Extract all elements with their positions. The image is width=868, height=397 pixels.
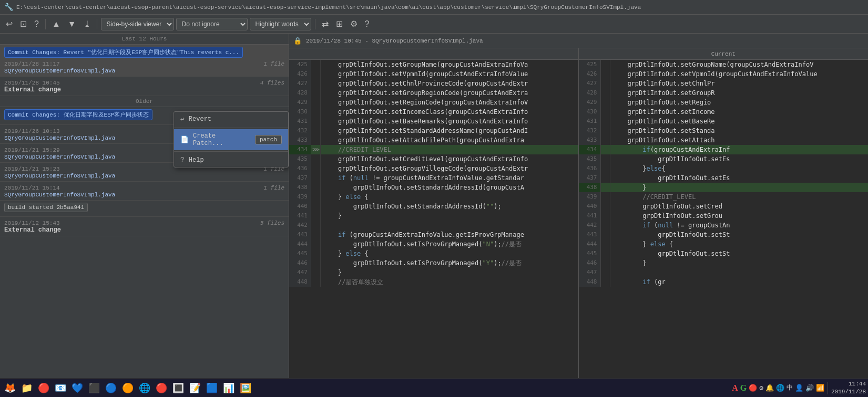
commit-item-build[interactable]: build started 2b5aa941 [0,201,289,217]
commit-item-7[interactable]: 2019/11/21 15:14 1 file SQryGroupCustome… [0,182,289,201]
ctx-revert[interactable]: ↩ Revert [174,112,288,127]
diff-pane-left[interactable]: 425 grpDtlInfoOut.setGroupName(groupCust… [289,60,579,378]
help-icon: ? [180,156,185,164]
diff-line-l-434: 434⋙ //CREDIT_LEVEL [289,145,578,154]
commit-filename-7: SQryGroupCustomerInfoSVImpl.java [4,192,284,198]
revert-icon: ↩ [180,115,185,123]
ignore-mode-select[interactable]: Do not ignore Ignore whitespace Ignore l… [176,18,248,30]
taskbar-word[interactable]: 📝 [187,380,203,396]
sync-button[interactable]: ⇄ [319,17,331,30]
ctx-create-patch[interactable]: 📄 Create Patch... patch [174,129,288,150]
patch-suffix: patch [255,135,282,144]
diff-line-l-429: 429 grpDtlInfoOut.setRegionCode(groupCus… [289,98,578,107]
diff-line-r-438: 438 } [579,183,869,192]
commit-files-7: 1 file [263,185,284,191]
taskbar-app7[interactable]: 📊 [221,380,237,396]
diff-line-l-448: 448 //是否单独设立 [289,277,578,287]
diff-col-right: Current [579,48,869,59]
taskbar-right: A G 🔴 ⚙ 🔔 🌐 中 👤 🔊 📶 11:44 2019/11/28 [732,380,866,395]
commit-date-4: 2019/11/26 10:13 [4,128,60,134]
diff-line-l-430: 430 grpDtlInfoOut.setIncomeClass(groupCu… [289,107,578,117]
taskbar-app2[interactable]: 🔵 [103,380,119,396]
taskbar-email[interactable]: 📧 [53,380,68,396]
diff-line-l-439: 439 } else { [289,192,578,202]
undo-button[interactable]: ↩ [3,17,15,30]
taskbar-app1[interactable]: 🔴 [36,380,52,396]
commit-badge-3: Commit Changes: 优化日期字段及ESP客户同步状态 [4,109,152,120]
commit-files-9: 5 files [260,220,284,226]
taskbar-firefox[interactable]: 🦊 [2,380,18,396]
commit-date-7: 2019/11/21 15:14 [4,185,60,191]
diff-file-info: 2019/11/28 10:45 - SQryGroupCustomerInfo… [306,38,483,44]
ctx-patch-label: Create Patch... [193,132,249,147]
nav-down-button[interactable]: ▼ [65,18,79,30]
highlight-select[interactable]: Highlight words [250,18,311,30]
sys-G: G [740,383,747,393]
diff-line-r-431: 431 grpDtlInfoOut.setBaseRe [579,117,869,126]
nav-up-button[interactable]: ▲ [49,18,63,30]
diff-line-l-438: 438 grpDtlInfoOut.setStandardAddressId(g… [289,183,578,192]
diff-line-r-425: 425 grpDtlInfoOut.setGroupName(groupCust… [579,60,869,69]
commit-date-2: 2019/11/28 10:45 [4,80,60,86]
main-area: Last 12 Hours Commit Changes: Revert "优化… [0,34,868,378]
taskbar-app3[interactable]: 🟠 [120,380,136,396]
taskbar-app5[interactable]: 🔳 [170,380,186,396]
commit-files-2: 4 files [260,80,284,86]
commit-item-1[interactable]: Commit Changes: Revert "优化日期字段及ESP客户同步状态… [0,45,289,77]
commit-date-5: 2019/11/21 15:29 [4,147,60,153]
taskbar-app4[interactable]: 🔴 [154,380,169,396]
sys-zh: 中 [787,383,793,392]
commit-date-1: 2019/11/28 11:17 [4,61,60,67]
tray-separator [828,382,828,394]
diff-line-l-435: 435 grpDtlInfoOut.setCreditLevel(groupCu… [289,154,578,164]
diff-line-r-437: 437 grpDtlInfoOut.setEs [579,173,869,183]
diff-line-l-425: 425 grpDtlInfoOut.setGroupName(groupCust… [289,60,578,69]
commit-badge-1: Commit Changes: Revert "优化日期字段及ESP客户同步状态… [4,47,243,58]
taskbar-app8[interactable]: 🖼️ [238,380,253,396]
ctx-separator-2 [174,151,288,152]
diff-line-l-431: 431 grpDtlInfoOut.setBaseRemarks(groupCu… [289,117,578,126]
diff-line-r-440: 440 grpDtlInfoOut.setCred [579,202,869,211]
commit-date-6: 2019/11/21 15:23 [4,166,60,172]
columns-button[interactable]: ⊞ [333,17,345,30]
diff-line-r-428: 428 grpDtlInfoOut.setGroupR [579,88,869,98]
settings-button[interactable]: ⊡ [17,17,29,30]
ctx-help-label: Help [189,156,204,164]
toolbar-help-button[interactable]: ? [362,18,372,30]
diff-line-r-445: 445 grpDtlInfoOut.setSt [579,249,869,258]
commit-desc-9: External change [4,226,284,234]
commit-filename-6: SQryGroupCustomerInfoSVImpl.java [4,173,284,179]
commit-desc-2: External change [4,86,284,93]
taskbar-app6[interactable]: 🟦 [204,380,220,396]
section-older: Older [0,96,289,107]
taskbar-globe[interactable]: 🌐 [137,380,152,396]
diff-line-r-446: 446 } [579,258,869,268]
viewer-mode-select[interactable]: Side-by-side viewer Unified viewer [101,18,174,30]
diff-line-r-426: 426 grpDtlInfoOut.setVpmnId(groupCustAnd… [579,69,869,79]
ctx-help[interactable]: ? Help [174,153,288,167]
context-menu: ↩ Revert 📄 Create Patch... patch ? Help [173,111,289,168]
diff-line-r-430: 430 grpDtlInfoOut.setIncome [579,107,869,117]
toolbar: ↩ ⊡ ? ▲ ▼ ⤓ Side-by-side viewer Unified … [0,15,868,34]
title-bar: 🔧 E:\cust-center\cust-center\aicust-esop… [0,0,868,15]
diff-line-r-434: 434 if(groupCustAndExtraInf [579,145,869,154]
taskbar-terminal[interactable]: ⬛ [86,380,102,396]
toolbar-separator-2 [97,19,97,29]
diff-pane-right[interactable]: 425 grpDtlInfoOut.setGroupName(groupCust… [579,60,869,378]
nav-end-button[interactable]: ⤓ [81,17,93,30]
taskbar-files[interactable]: 📁 [19,380,35,396]
gear-button[interactable]: ⚙ [348,17,360,30]
diff-line-r-427: 427 grpDtlInfoOut.setChnlPr [579,79,869,88]
taskbar-vscode[interactable]: 💙 [69,380,85,396]
diff-viewer: 🔒 2019/11/28 10:45 - SQryGroupCustomerIn… [289,34,868,378]
sys-volume: 🔊 [805,384,814,392]
sys-bell: 🔔 [765,384,774,392]
diff-line-l-444: 444 grpDtlInfoOut.setIsProvGrpManaged("N… [289,239,578,249]
help-button[interactable]: ? [32,18,42,30]
diff-line-r-441: 441 grpDtlInfoOut.setGrou [579,211,869,221]
diff-line-l-426: 426 grpDtlInfoOut.setVpmnId(groupCustAnd… [289,69,578,79]
commit-item-2[interactable]: 2019/11/28 10:45 4 files External change [0,77,289,96]
lock-icon: 🔒 [293,37,302,45]
taskbar: 🦊 📁 🔴 📧 💙 ⬛ 🔵 🟠 🌐 🔴 🔳 📝 🟦 📊 🖼️ A G 🔴 ⚙ 🔔… [0,378,868,397]
commit-item-9[interactable]: 2019/11/12 15:43 5 files External change [0,217,289,236]
